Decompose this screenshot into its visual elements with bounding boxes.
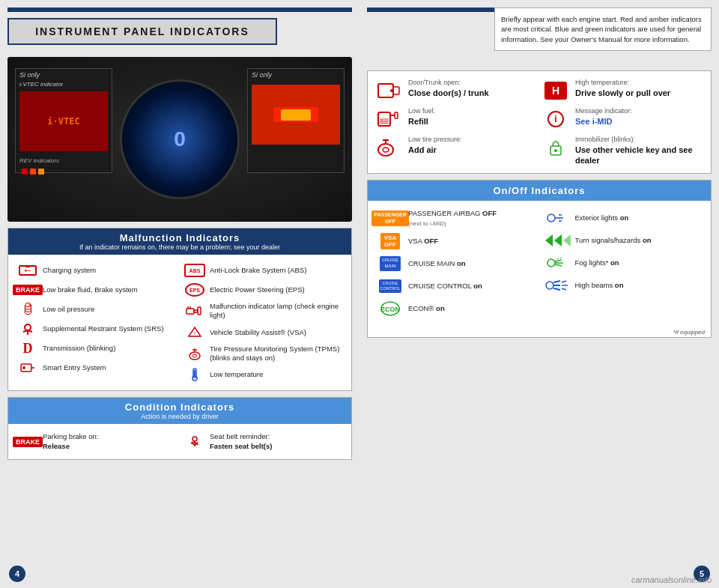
si-label-left: Si only (16, 69, 112, 81)
list-item: Low fuel: Refill (375, 107, 536, 131)
low-fuel-value: Refill (408, 116, 536, 127)
malfunction-subtitle: If an indicator remains on, there may be… (14, 243, 345, 251)
list-item: ABS Anti-Lock Brake System (ABS) (181, 261, 345, 280)
onoff-header: On/Off Indicators (368, 181, 711, 201)
list-item: CRUISEMAIN CRUISE MAIN on (374, 252, 539, 275)
low-fuel-icon (375, 107, 402, 131)
svg-point-21 (192, 437, 197, 441)
info-box: Briefly appear with each engine start. R… (494, 7, 712, 51)
page-number-left: 4 (9, 566, 25, 582)
parking-brake-text: Parking brake on: Release (43, 432, 98, 451)
econ-icon: ECON (377, 300, 404, 318)
svg-point-33 (383, 148, 389, 152)
svg-line-60 (562, 288, 566, 290)
ivtec-label: i-VTEC indicator (16, 81, 112, 88)
engine-light-icon (184, 303, 205, 318)
svg-point-14 (192, 354, 197, 357)
condition-header: Condition Indicators Action is needed by… (8, 398, 351, 424)
svg-point-41 (547, 214, 555, 222)
list-item: ! Low tire pressure: Add air (375, 136, 536, 160)
list-item: VSAOFF VSA OFF (374, 230, 539, 252)
fog-lights-icon (544, 254, 571, 272)
parking-brake-icon: BRAKE (17, 434, 38, 449)
onoff-grid: PASSENGEROFF PASSENGER AIRBAG OFF (next … (368, 201, 711, 326)
econ-text: ECON® on (408, 304, 445, 313)
info-text: Briefly appear with each engine start. R… (501, 15, 702, 43)
onoff-box: On/Off Indicators PASSENGEROFF PASSENGER… (367, 180, 712, 338)
seatbelt-text: Seat belt reminder: Fasten seat belt(s) (210, 432, 272, 451)
transmission-text: Transmission (blinking) (43, 344, 115, 353)
si-display-right (252, 85, 340, 145)
svg-rect-29 (380, 118, 389, 124)
tpms-text: Tire Pressure Monitoring System (TPMS) (… (210, 345, 342, 363)
list-item: H High temperature: Drive slowly or pull… (542, 79, 703, 103)
svg-line-53 (557, 257, 563, 259)
eps-text: Electric Power Steering (EPS) (210, 285, 305, 294)
tire-pressure-icon: ! (375, 136, 402, 160)
list-item: 🛢 Low oil pressure (14, 300, 178, 319)
charging-icon: +− (17, 263, 38, 278)
speedometer (120, 79, 240, 199)
oil-pressure-text: Low oil pressure (43, 305, 94, 314)
brake-fluid-icon: BRAKE (17, 282, 38, 297)
list-item: BRAKE Parking brake on: Release (14, 430, 178, 453)
brake-fluid-text: Low brake fluid, Brake system (43, 285, 138, 294)
si-box-left: Si only i-VTEC indicator i·VTEC REV indi… (15, 68, 112, 173)
list-item: Smart Entry System (14, 358, 178, 378)
vsa-off-text: VSA OFF (408, 237, 438, 246)
srs-icon (17, 321, 38, 336)
footnote: *if equipped (368, 326, 711, 337)
charging-text: Charging system (43, 266, 96, 275)
high-temp-icon: H (542, 79, 569, 103)
high-temp-value: Drive slowly or pull over (575, 88, 703, 98)
low-fuel-label: Low fuel: (408, 107, 536, 116)
svg-point-0 (25, 324, 31, 330)
svg-point-38 (554, 149, 557, 152)
warning-grid: Door/Trunk open: Close door(s) / trunk (375, 79, 703, 166)
tpms-icon: ! (184, 346, 205, 361)
svg-point-54 (546, 282, 553, 289)
svg-text:ECON: ECON (380, 306, 400, 313)
list-item: Turn signals/hazards on (541, 229, 706, 252)
transmission-icon: D (17, 341, 38, 356)
list-item: Seat belt reminder: Fasten seat belt(s) (181, 430, 345, 453)
svg-rect-31 (395, 112, 398, 118)
malfunction-grid: +− Charging system BRAKE Low brake fluid… (8, 255, 351, 390)
exterior-lights-text: Exterior lights on (575, 213, 629, 222)
top-bar-left (7, 7, 352, 12)
vsa-off-icon: VSAOFF (377, 232, 404, 250)
list-item: D Transmission (blinking) (14, 339, 178, 358)
exterior-lights-icon (544, 209, 571, 227)
malfunction-title: Malfunction Indicators (14, 232, 345, 243)
svg-rect-20 (194, 370, 195, 376)
list-item: Malfunction indicator lamp (check engine… (181, 300, 345, 323)
condition-title: Condition Indicators (14, 401, 345, 413)
cruise-control-icon: CRUISECONTROL (377, 277, 404, 295)
condition-subtitle: Action is needed by driver (14, 413, 345, 420)
svg-text:!: ! (194, 347, 195, 351)
svg-point-13 (189, 352, 200, 360)
list-item: EPS Electric Power Steering (EPS) (181, 280, 345, 300)
list-item: CRUISECONTROL CRUISE CONTROL on (374, 275, 539, 297)
svg-marker-46 (545, 234, 553, 246)
svg-line-52 (555, 264, 562, 266)
list-item: PASSENGEROFF PASSENGER AIRBAG OFF (next … (374, 207, 539, 230)
list-item: Immobilizer (blinks): Use other vehicle … (542, 136, 703, 166)
list-item: +− Charging system (14, 261, 178, 280)
list-item: Exterior lights on (541, 207, 706, 229)
tire-pressure-value: Add air (408, 145, 536, 155)
svg-line-50 (555, 260, 562, 261)
rev-label: REV indicators (16, 155, 112, 166)
message-indicator-icon: i (542, 107, 569, 131)
list-item: ! Tire Pressure Monitoring System (TPMS)… (181, 342, 345, 366)
passenger-airbag-icon: PASSENGEROFF (377, 210, 404, 228)
high-temp-label: High temperature: (575, 79, 703, 88)
vsa-icon: ! (184, 325, 205, 340)
si-label-right: Si only (248, 69, 344, 81)
turn-signals-icon (544, 231, 571, 249)
high-beams-text: High beams on (575, 281, 624, 290)
svg-point-27 (390, 89, 393, 92)
vsa-text: Vehicle Stability Assist® (VSA) (210, 328, 306, 337)
warning-box: Door/Trunk open: Close door(s) / trunk (367, 70, 712, 174)
svg-rect-9 (198, 307, 201, 315)
